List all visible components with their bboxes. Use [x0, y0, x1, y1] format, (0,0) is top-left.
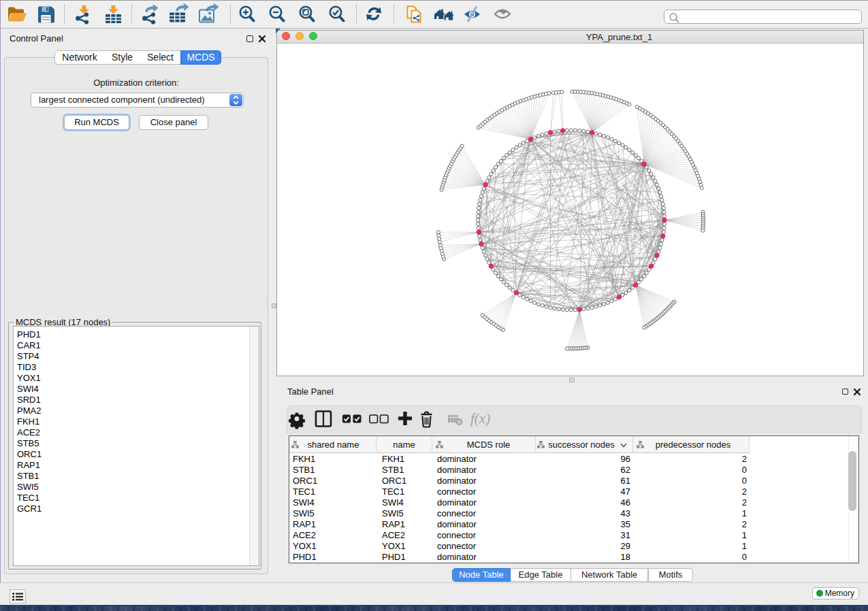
svg-text:f(x): f(x)	[470, 410, 490, 427]
